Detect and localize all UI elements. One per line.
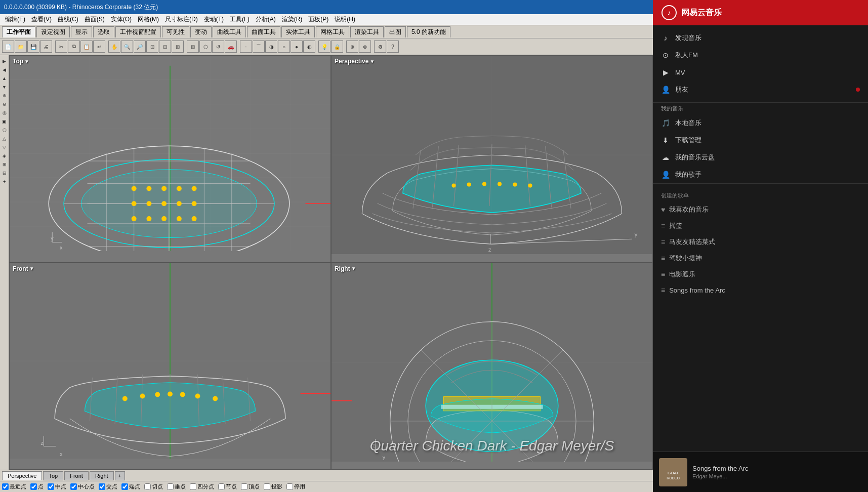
grid-btn[interactable]: ⊞ bbox=[187, 40, 199, 53]
snap-quad[interactable]: 四分点 bbox=[190, 483, 214, 490]
vp-tab-front[interactable]: Front bbox=[64, 471, 89, 480]
snap-intersect[interactable]: 交点 bbox=[99, 483, 117, 490]
tab-surface-tools[interactable]: 曲面工具 bbox=[247, 26, 280, 37]
vp-tab-right[interactable]: Right bbox=[90, 471, 114, 480]
zoom-selected-btn[interactable]: ⊟ bbox=[159, 40, 171, 53]
side-tool-3[interactable]: ▲ bbox=[1, 74, 9, 83]
render-btn[interactable]: ● bbox=[291, 40, 303, 53]
snap-disable[interactable]: 停用 bbox=[286, 483, 305, 490]
undo-btn[interactable]: ↩ bbox=[93, 40, 105, 53]
playlist-1[interactable]: ≡ 摇篮 bbox=[653, 218, 868, 234]
tab-render-tools[interactable]: 渲染工具 bbox=[350, 26, 384, 37]
menu-view[interactable]: 查看(V) bbox=[28, 14, 55, 25]
nav-local-music[interactable]: 🎵 本地音乐 bbox=[653, 114, 868, 132]
nav-discover-music[interactable]: ♪ 发现音乐 bbox=[653, 29, 868, 47]
side-tool-11[interactable]: ▽ bbox=[1, 143, 9, 151]
vp-tab-perspective[interactable]: Perspective bbox=[2, 471, 42, 480]
side-tool-10[interactable]: △ bbox=[1, 135, 9, 143]
snap-tangent[interactable]: 切点 bbox=[144, 483, 163, 490]
ortho-btn[interactable]: ⬡ bbox=[199, 40, 212, 53]
snap-mid[interactable]: 中点 bbox=[48, 483, 66, 490]
menu-help[interactable]: 说明(H) bbox=[332, 14, 358, 25]
viewport-front[interactable]: Front ▼ bbox=[9, 263, 331, 470]
side-tool-8[interactable]: ▣ bbox=[1, 117, 9, 126]
viewport-right[interactable]: Right ▼ bbox=[331, 263, 653, 470]
tab-transform[interactable]: 变动 bbox=[190, 26, 212, 37]
snap2-btn[interactable]: ⊗ bbox=[359, 40, 371, 53]
print-btn[interactable]: 🖨 bbox=[40, 40, 52, 53]
side-tool-7[interactable]: ◎ bbox=[1, 109, 9, 117]
side-tool-6[interactable]: ⊖ bbox=[1, 100, 9, 108]
tab-visibility[interactable]: 可见性 bbox=[162, 26, 189, 37]
car-btn[interactable]: 🚗 bbox=[225, 40, 237, 53]
snap-vertex[interactable]: 顶点 bbox=[241, 483, 260, 490]
menu-analyze[interactable]: 分析(A) bbox=[253, 14, 279, 25]
nav-download-manager[interactable]: ⬇ 下载管理 bbox=[653, 132, 868, 149]
viewport-perspective[interactable]: Perspective ▼ bbox=[331, 55, 653, 263]
point-btn[interactable]: · bbox=[240, 40, 252, 53]
side-tool-14[interactable]: ⊟ bbox=[1, 169, 9, 177]
tab-viewport-config[interactable]: 工作视窗配置 bbox=[115, 26, 161, 37]
menu-edit[interactable]: 编辑(E) bbox=[2, 14, 28, 25]
playlist-3[interactable]: ≡ 驾驶小提神 bbox=[653, 250, 868, 266]
playlist-4[interactable]: ≡ 电影遮乐 bbox=[653, 266, 868, 282]
nav-cloud-music[interactable]: ☁ 我的音乐云盘 bbox=[653, 149, 868, 166]
shade-btn[interactable]: ◑ bbox=[265, 40, 277, 53]
snap-nearest[interactable]: 最近点 bbox=[2, 483, 26, 490]
menu-mesh[interactable]: 网格(M) bbox=[135, 14, 162, 25]
copy-btn[interactable]: ⧉ bbox=[68, 40, 80, 53]
playlist-liked[interactable]: ♥ 我喜欢的音乐 bbox=[653, 201, 868, 218]
zoom-window-btn[interactable]: ⊞ bbox=[172, 40, 184, 53]
playlist-2[interactable]: ≡ 马友友精选菜式 bbox=[653, 234, 868, 250]
tab-select[interactable]: 选取 bbox=[93, 26, 114, 37]
side-tool-5[interactable]: ⊕ bbox=[1, 92, 9, 100]
side-tool-15[interactable]: ✦ bbox=[1, 178, 9, 186]
menu-curve[interactable]: 曲线(C) bbox=[55, 14, 81, 25]
menu-surface[interactable]: 曲面(S) bbox=[81, 14, 108, 25]
snap-project[interactable]: 投影 bbox=[264, 483, 282, 490]
zoom-out-btn[interactable]: 🔎 bbox=[134, 40, 146, 53]
curve-btn[interactable]: ⌒ bbox=[253, 40, 265, 53]
tab-workplane[interactable]: 工作平面 bbox=[2, 26, 35, 37]
material-btn[interactable]: ◐ bbox=[303, 40, 315, 53]
vp-tab-add[interactable]: + bbox=[115, 471, 125, 480]
side-tool-9[interactable]: ⬡ bbox=[1, 126, 9, 134]
snap-point[interactable]: 点 bbox=[30, 483, 44, 490]
snap-knot[interactable]: 节点 bbox=[218, 483, 237, 490]
pan-btn[interactable]: ✋ bbox=[108, 40, 120, 53]
nav-my-singer[interactable]: 👤 我的歌手 bbox=[653, 166, 868, 183]
side-tool-2[interactable]: ◀ bbox=[1, 66, 9, 74]
settings-btn[interactable]: ⚙ bbox=[374, 40, 386, 53]
viewport-front-label[interactable]: Front ▼ bbox=[13, 265, 34, 272]
save-btn[interactable]: 💾 bbox=[27, 40, 39, 53]
menu-tools[interactable]: 工具(L) bbox=[227, 14, 253, 25]
viewport-right-label[interactable]: Right ▼ bbox=[335, 265, 356, 272]
nav-mv[interactable]: ▶ MV bbox=[653, 64, 868, 81]
snap-perp[interactable]: 垂点 bbox=[167, 483, 186, 490]
menu-transform[interactable]: 变动(T) bbox=[201, 14, 227, 25]
vp-tab-top[interactable]: Top bbox=[43, 471, 63, 480]
new-btn[interactable]: 📄 bbox=[2, 40, 14, 53]
tab-mesh-tools[interactable]: 网格工具 bbox=[316, 26, 349, 37]
tab-curve-tools[interactable]: 曲线工具 bbox=[213, 26, 246, 37]
rotate-btn[interactable]: ↺ bbox=[212, 40, 224, 53]
menu-render[interactable]: 渲染(R) bbox=[279, 14, 306, 25]
side-tool-1[interactable]: ▶ bbox=[1, 57, 9, 65]
menu-solid[interactable]: 实体(O) bbox=[108, 14, 135, 25]
tab-new-features[interactable]: 5.0 的新功能 bbox=[407, 26, 450, 37]
viewport-top[interactable]: Top ▼ bbox=[9, 55, 331, 263]
snap-btn[interactable]: ⊕ bbox=[346, 40, 358, 53]
snap-center[interactable]: 中心点 bbox=[70, 483, 95, 490]
tab-output[interactable]: 出图 bbox=[385, 26, 406, 37]
nav-private-fm[interactable]: ⊙ 私人FM bbox=[653, 47, 868, 64]
menu-panel[interactable]: 面板(P) bbox=[305, 14, 332, 25]
playlist-songs-arc[interactable]: ≡ Songs from the Arc bbox=[653, 282, 868, 298]
wire-btn[interactable]: ○ bbox=[278, 40, 290, 53]
viewport-perspective-label[interactable]: Perspective ▼ bbox=[335, 58, 375, 65]
tab-display[interactable]: 显示 bbox=[71, 26, 92, 37]
side-tool-4[interactable]: ▼ bbox=[1, 83, 9, 91]
light-btn[interactable]: 💡 bbox=[318, 40, 330, 53]
nav-friends[interactable]: 👤 朋友 bbox=[653, 81, 868, 98]
cut-btn[interactable]: ✂ bbox=[55, 40, 67, 53]
menu-dimension[interactable]: 尺寸标注(D) bbox=[162, 14, 201, 25]
